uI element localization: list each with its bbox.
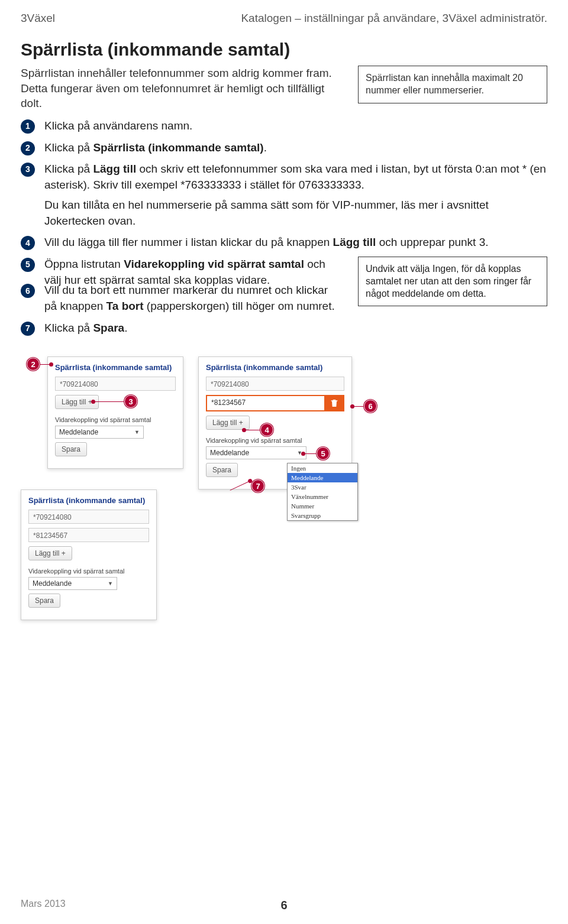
step3-extra: Du kan tillåta en hel nummerserie på sam… xyxy=(44,197,547,229)
panelC-fwd-select[interactable]: Meddelande ▼ xyxy=(28,577,117,590)
header-right: Katalogen – inställningar på användare, … xyxy=(241,12,547,25)
step7-a: Klicka på xyxy=(44,322,93,334)
dropdown-opt-ingen[interactable]: Ingen xyxy=(288,463,357,473)
footer-page-number: 6 xyxy=(280,899,287,912)
step2-c: . xyxy=(264,141,267,154)
panelC-fwd-label: Vidarekoppling vid spärrat samtal xyxy=(28,568,149,575)
step3-a: Klicka på xyxy=(44,163,93,175)
step-7: Klicka på Spara. xyxy=(21,320,547,336)
step6-b: Ta bort xyxy=(106,300,144,312)
callout-6: 6 xyxy=(364,400,377,413)
callout-5-line xyxy=(302,453,317,454)
step-2: Klicka på Spärrlista (inkommande samtal)… xyxy=(21,140,547,156)
step-1: Klicka på användarens namn. xyxy=(21,118,547,134)
step5-a: Öppna listrutan xyxy=(44,258,124,270)
panel-final: Spärrlista (inkommande samtal) *70921408… xyxy=(21,489,157,620)
step-3: Klicka på Lägg till och skriv ett telefo… xyxy=(21,161,547,229)
callout-6-line xyxy=(351,406,364,407)
trash-icon xyxy=(330,398,339,408)
step7-b: Spara xyxy=(93,322,124,334)
page-title: Spärrlista (inkommande samtal) xyxy=(21,40,547,60)
step-4: Vill du lägga till fler nummer i listan … xyxy=(21,235,547,251)
panelB-title[interactable]: Spärrlista (inkommande samtal) xyxy=(199,357,351,377)
panelB-fwd-select[interactable]: Meddelande ▼ xyxy=(206,446,306,459)
panelC-number2[interactable]: *81234567 xyxy=(28,528,149,542)
panelC-add-button[interactable]: Lägg till + xyxy=(28,546,72,560)
dropdown-opt-svarsgrupp[interactable]: Svarsgrupp xyxy=(288,511,357,520)
callout-2: 2 xyxy=(27,358,40,371)
callout-7: 7 xyxy=(251,479,264,492)
panelB-save-button[interactable]: Spara xyxy=(206,463,238,477)
sidebox-avoid-ingen: Undvik att välja Ingen, för då kopplas s… xyxy=(358,257,547,306)
panelC-fwd-value: Meddelande xyxy=(33,579,72,588)
step-6: Vill du ta bort ett nummer markerar du n… xyxy=(21,283,340,314)
step4-b: Lägg till xyxy=(333,236,376,248)
dropdown-opt-meddelande[interactable]: Meddelande xyxy=(288,473,357,482)
footer-date: Mars 2013 xyxy=(21,899,66,909)
fwd-dropdown-open[interactable]: Ingen Meddelande 3Svar Växelnummer Numme… xyxy=(287,463,358,521)
panelB-number2-input[interactable]: *81234567 xyxy=(206,395,324,411)
panelA-fwd-label: Vidarekoppling vid spärrat samtal xyxy=(55,416,176,423)
chevron-down-icon: ▼ xyxy=(108,581,113,586)
panelB-fwd-value: Meddelande xyxy=(210,449,249,457)
panelC-number1[interactable]: *709214080 xyxy=(28,510,149,524)
intro-paragraph: Spärrlistan innehåller telefonnummer som… xyxy=(21,66,340,111)
step5-b: Vidarekoppling vid spärrat samtal xyxy=(124,258,304,270)
panelB-active-row: *81234567 xyxy=(206,395,344,411)
step4-c: och upprepar punkt 3. xyxy=(376,236,488,248)
callout-2-line xyxy=(40,364,53,365)
callout-4-line xyxy=(243,430,260,430)
step7-c: . xyxy=(124,322,127,334)
sidebox-max-numbers: Spärrlistan kan innehålla maximalt 20 nu… xyxy=(358,66,547,103)
panelB-fwd-label: Vidarekoppling vid spärrat samtal xyxy=(206,437,344,444)
step6-c: (papperskorgen) till höger om numret. xyxy=(144,300,335,312)
step3-b: Lägg till xyxy=(93,163,136,175)
step4-a: Vill du lägga till fler nummer i listan … xyxy=(44,236,333,248)
dropdown-opt-vaxelnummer[interactable]: Växelnummer xyxy=(288,492,357,501)
panelC-save-button[interactable]: Spara xyxy=(28,594,60,608)
panelA-number1[interactable]: *709214080 xyxy=(55,377,176,391)
chevron-down-icon: ▼ xyxy=(134,429,140,435)
panelA-fwd-value: Meddelande xyxy=(59,428,98,436)
step2-a: Klicka på xyxy=(44,141,93,154)
callout-3-line xyxy=(92,401,124,402)
panel-initial: Spärrlista (inkommande samtal) *70921408… xyxy=(47,356,183,469)
step2-b: Spärrlista (inkommande samtal) xyxy=(93,141,263,154)
panelB-number1[interactable]: *709214080 xyxy=(206,377,344,391)
dropdown-opt-nummer[interactable]: Nummer xyxy=(288,501,357,511)
panelB-delete-button[interactable] xyxy=(324,395,344,411)
panelC-title[interactable]: Spärrlista (inkommande samtal) xyxy=(21,490,156,510)
panelA-title[interactable]: Spärrlista (inkommande samtal) xyxy=(48,357,183,377)
panelA-fwd-select[interactable]: Meddelande ▼ xyxy=(55,426,144,439)
dropdown-opt-3svar[interactable]: 3Svar xyxy=(288,482,357,492)
header-left: 3Växel xyxy=(21,12,55,25)
panelA-save-button[interactable]: Spara xyxy=(55,442,87,456)
